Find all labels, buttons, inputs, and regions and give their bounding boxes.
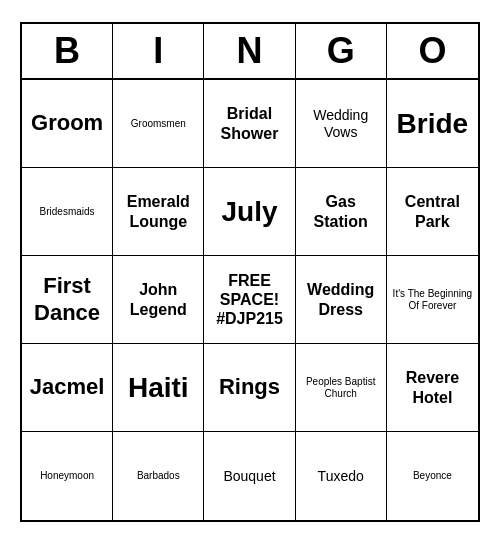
cell-label: Wedding Vows [300,107,382,141]
cell-label: Emerald Lounge [117,192,199,230]
bingo-cell: Wedding Dress [296,256,387,344]
cell-label: Barbados [137,470,180,482]
bingo-cell: John Legend [113,256,204,344]
bingo-cell: Bridesmaids [22,168,113,256]
cell-label: Rings [219,374,280,400]
cell-label: Bride [397,107,469,141]
cell-label: Haiti [128,371,189,405]
bingo-cell: It's The Beginning Of Forever [387,256,478,344]
header-letter: N [204,24,295,78]
cell-label: Jacmel [30,374,105,400]
bingo-grid: GroomGroomsmenBridal ShowerWedding VowsB… [22,80,478,520]
cell-label: Gas Station [300,192,382,230]
cell-label: FREE SPACE! #DJP215 [208,271,290,329]
bingo-cell: Central Park [387,168,478,256]
cell-label: Bridesmaids [40,206,95,218]
bingo-cell: Wedding Vows [296,80,387,168]
cell-label: Wedding Dress [300,280,382,318]
cell-label: Honeymoon [40,470,94,482]
bingo-cell: Bouquet [204,432,295,520]
cell-label: Bouquet [223,468,275,485]
bingo-cell: Bride [387,80,478,168]
bingo-cell: Emerald Lounge [113,168,204,256]
bingo-cell: Beyonce [387,432,478,520]
bingo-cell: July [204,168,295,256]
cell-label: Central Park [391,192,474,230]
cell-label: Groom [31,110,103,136]
bingo-cell: Haiti [113,344,204,432]
bingo-cell: Jacmel [22,344,113,432]
bingo-header: BINGO [22,24,478,80]
header-letter: G [296,24,387,78]
cell-label: Peoples Baptist Church [300,376,382,400]
bingo-cell: Rings [204,344,295,432]
bingo-cell: Bridal Shower [204,80,295,168]
bingo-cell: Revere Hotel [387,344,478,432]
cell-label: First Dance [26,273,108,326]
cell-label: Tuxedo [318,468,364,485]
bingo-card: BINGO GroomGroomsmenBridal ShowerWedding… [20,22,480,522]
cell-label: It's The Beginning Of Forever [391,288,474,312]
header-letter: I [113,24,204,78]
cell-label: Revere Hotel [391,368,474,406]
cell-label: Beyonce [413,470,452,482]
bingo-cell: Tuxedo [296,432,387,520]
bingo-cell: Gas Station [296,168,387,256]
header-letter: B [22,24,113,78]
cell-label: Groomsmen [131,118,186,130]
cell-label: Bridal Shower [208,104,290,142]
bingo-cell: Barbados [113,432,204,520]
header-letter: O [387,24,478,78]
bingo-cell: Groom [22,80,113,168]
bingo-cell: First Dance [22,256,113,344]
cell-label: John Legend [117,280,199,318]
bingo-cell: FREE SPACE! #DJP215 [204,256,295,344]
bingo-cell: Groomsmen [113,80,204,168]
bingo-cell: Peoples Baptist Church [296,344,387,432]
bingo-cell: Honeymoon [22,432,113,520]
cell-label: July [221,195,277,229]
